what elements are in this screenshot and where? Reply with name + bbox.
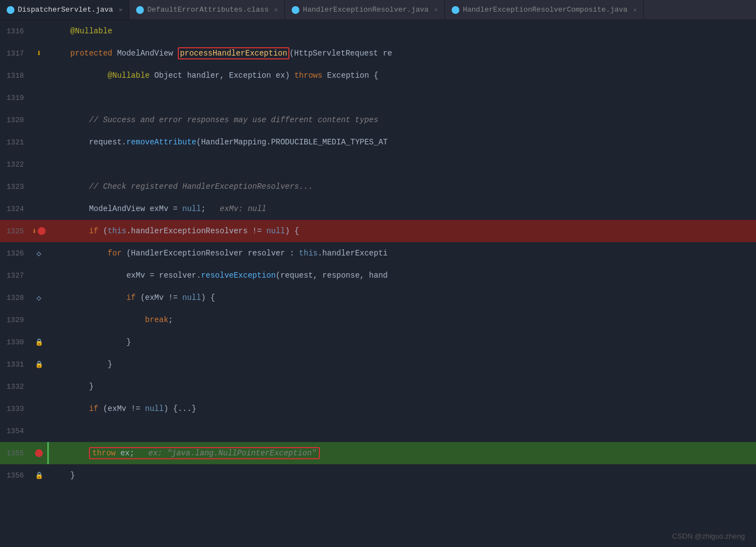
lock-icon: 🔒 [35,360,43,369]
code-line-1321: 1321 request.removeAttribute(HandlerMapp… [0,131,756,153]
annotation-nullable: @Nullable [108,71,150,80]
code-line-1326: 1326◇ for (HandlerExceptionResolver reso… [0,242,756,264]
code-line-1317: 1317⬇ protected ModelAndView processHand… [0,42,756,64]
code-content-1327: exMv = resolver.resolveException(request… [47,264,756,287]
arrow-down-icon: ⬇ [32,227,37,236]
line-number-1355: 1355 [0,449,31,458]
breakpoint-icon[interactable]: ⬇ [32,227,46,236]
code-content-1324: ModelAndView exMv = null; exMv: null [47,198,756,220]
tab-close-handlerexception[interactable]: ✕ [434,6,438,13]
code-line-1319: 1319 [0,87,756,109]
line-number-1316: 1316 [0,27,31,36]
method-name: processHandlerException [178,47,289,59]
tab-label-handlerexceptioncomposite: HandlerExceptionResolverComposite.java [463,6,627,14]
kw-protected: protected [71,49,113,58]
code-content-1333: if (exMv != null) {...} [47,398,756,420]
line-number-1317: 1317 [0,49,31,58]
breakpoint-dot [38,227,46,235]
tab-close-dispatcher[interactable]: ✕ [119,6,123,13]
code-content-1326: for (HandlerExceptionResolver resolver :… [47,242,756,264]
code-line-1333: 1333 if (exMv != null) {...} [0,398,756,420]
type-modelandview: ModelAndView [117,49,173,58]
tab-close-defaulterror[interactable]: ✕ [274,6,278,13]
gutter-lock: 🔒 [31,360,47,369]
line-number-1323: 1323 [0,183,31,191]
code-line-1316: 1316 @Nullable [0,20,756,42]
code-line-1356: 1356🔒 } [0,464,756,486]
gutter-breakpoint_arrow: ⬇ [31,227,47,236]
line-number-1333: 1333 [0,405,31,413]
tab-icon-dispatcher [7,6,14,14]
code-content-1328: if (exMv != null) { [47,287,756,309]
line-number-1318: 1318 [0,72,31,80]
code-content-1356: } [47,464,756,486]
code-content-1320: // Success and error responses may use d… [47,109,756,131]
code-content-1330: } [47,331,756,353]
tab-label-defaulterror: DefaultErrorAttributes.class [147,6,268,14]
tab-label-handlerexception: HandlerExceptionResolver.java [303,6,428,14]
code-line-1332: 1332 } [0,375,756,398]
line-number-1326: 1326 [0,249,31,258]
lock-icon: 🔒 [35,471,43,480]
code-content-1317: protected ModelAndView processHandlerExc… [47,42,756,64]
green-bar [47,442,49,464]
arrow-icon: ⬇ [36,48,42,59]
code-line-1323: 1323 // Check registered HandlerExceptio… [0,175,756,198]
code-line-1355: 1355 throw ex; ex: "java.lang.NullPointe… [0,442,756,464]
diamond-icon: ◇ [37,293,41,303]
tab-dispatcher[interactable]: DispatcherServlet.java✕ [0,0,129,19]
gutter-diamond: ◇ [31,249,47,258]
gutter-diamond: ◇ [31,293,47,303]
line-number-1356: 1356 [0,471,31,480]
gutter-arrow: ⬇ [31,48,47,59]
tab-handlerexceptioncomposite[interactable]: HandlerExceptionResolverComposite.java✕ [445,0,644,19]
tab-defaulterror[interactable]: DefaultErrorAttributes.class✕ [129,0,285,19]
annotation: @Nullable [52,27,112,36]
code-line-1325: 1325 ⬇ if (this.handlerExceptionResolver… [0,220,756,242]
code-content-1331: } [47,353,756,375]
line-number-1320: 1320 [0,116,31,124]
line-number-1325: 1325 [0,227,31,235]
diamond-icon: ◇ [37,249,41,258]
tab-label-dispatcher: DispatcherServlet.java [18,6,113,14]
code-line-1318: 1318 @Nullable Object handler, Exception… [0,64,756,87]
code-content-1318: @Nullable Object handler, Exception ex) … [47,64,756,87]
tab-icon-handlerexception [292,6,299,14]
gutter-lock: 🔒 [31,471,47,480]
breakpoint-dot-green[interactable] [35,449,43,457]
code-area: 1316 @Nullable1317⬇ protected ModelAndVi… [0,20,756,547]
line-number-1354: 1354 [0,427,31,435]
comment: // Check registered HandlerExceptionReso… [52,182,313,191]
line-number-1329: 1329 [0,316,31,324]
line-number-1331: 1331 [0,360,31,369]
code-line-1354: 1354 [0,420,756,442]
comment: // Success and error responses may use d… [52,116,378,124]
line-number-1319: 1319 [0,94,31,102]
tab-handlerexception[interactable]: HandlerExceptionResolver.java✕ [285,0,445,19]
tab-icon-defaulterror [136,6,144,14]
code-content-1332: } [47,375,756,398]
code-line-1330: 1330🔒 } [0,331,756,353]
line-number-1322: 1322 [0,160,31,169]
code-line-1329: 1329 break; [0,309,756,331]
code-content-1325: if (this.handlerExceptionResolvers != nu… [47,220,756,242]
gutter-breakpoint_green [31,449,47,457]
throw-statement: throw ex; ex: "java.lang.NullPointerExce… [89,447,319,459]
tab-close-handlerexceptioncomposite[interactable]: ✕ [633,6,637,13]
tab-bar: DispatcherServlet.java✕DefaultErrorAttri… [0,0,756,20]
code-content-1355: throw ex; ex: "java.lang.NullPointerExce… [47,442,756,464]
line-number-1330: 1330 [0,338,31,347]
code-content-1321: request.removeAttribute(HandlerMapping.P… [47,131,756,153]
line-number-1321: 1321 [0,138,31,147]
lock-icon: 🔒 [35,338,43,347]
code-line-1322: 1322 [0,153,756,175]
code-content-1323: // Check registered HandlerExceptionReso… [47,175,756,198]
code-content-1316: @Nullable [47,20,756,42]
code-line-1328: 1328◇ if (exMv != null) { [0,287,756,309]
line-number-1324: 1324 [0,205,31,213]
watermark: CSDN @zhiguo.zheng [672,532,745,540]
tab-icon-handlerexceptioncomposite [452,6,459,14]
line-number-1327: 1327 [0,272,31,280]
code-line-1327: 1327 exMv = resolver.resolveException(re… [0,264,756,287]
code-content-1329: break; [47,309,756,331]
